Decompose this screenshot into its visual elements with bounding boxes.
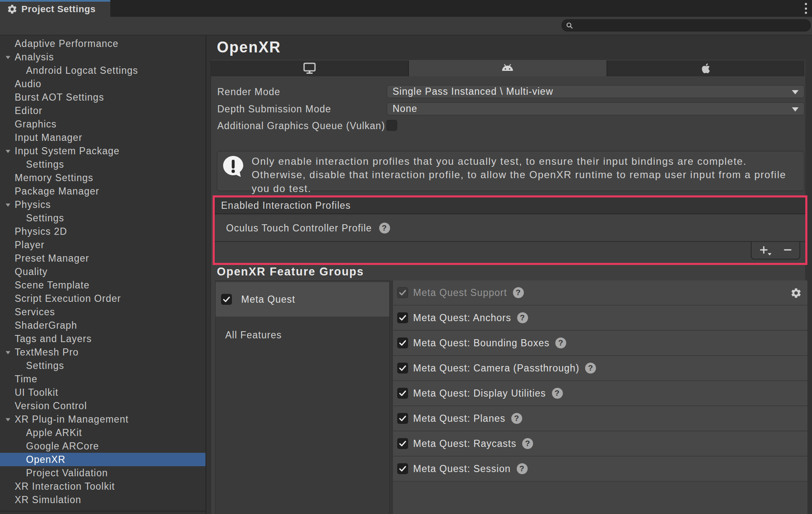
sidebar-item-burst-aot-settings[interactable]: Burst AOT Settings <box>0 91 206 104</box>
feature-checkbox[interactable] <box>397 287 408 298</box>
additional-graphics-queue-checkbox[interactable] <box>386 120 397 131</box>
sidebar-item-physics[interactable]: Physics <box>0 198 206 211</box>
kebab-menu-icon[interactable] <box>803 3 809 14</box>
tab-apple[interactable] <box>607 60 804 76</box>
enabled-interaction-profiles-header[interactable]: Enabled Interaction Profiles <box>215 197 805 214</box>
sidebar-item-adaptive-performance[interactable]: Adaptive Performance <box>0 37 206 50</box>
feature-group-list: Meta Quest All Features <box>215 280 390 514</box>
feature-checkbox[interactable] <box>397 463 408 474</box>
sidebar-item-settings[interactable]: Settings <box>0 359 206 372</box>
sidebar-item-preset-manager[interactable]: Preset Manager <box>0 252 206 265</box>
sidebar-item-ui-toolkit[interactable]: UI Toolkit <box>0 386 206 399</box>
sidebar-item-audio[interactable]: Audio <box>0 77 206 91</box>
sidebar-item-services[interactable]: Services <box>0 305 206 319</box>
sidebar-item-label: Burst AOT Settings <box>15 92 104 103</box>
add-profile-button[interactable] <box>759 245 769 255</box>
feature-label: Meta Quest: Anchors <box>413 312 511 324</box>
feature-label: Meta Quest: Display Utilities <box>413 388 546 399</box>
render-mode-dropdown[interactable]: Single Pass Instanced \ Multi-view <box>387 85 804 98</box>
sidebar-item-label: OpenXR <box>26 454 65 465</box>
feature-checkbox[interactable] <box>397 337 408 348</box>
sidebar-item-openxr[interactable]: OpenXR <box>0 453 206 466</box>
sidebar-item-xr-plug-in-management[interactable]: XR Plug-in Management <box>0 413 206 426</box>
interaction-profile-row[interactable]: Oculus Touch Controller Profile ? <box>215 215 805 242</box>
chevron-down-icon <box>768 253 772 256</box>
all-features-item[interactable]: All Features <box>225 330 282 341</box>
feature-row-meta-quest-display-utilities: Meta Quest: Display Utilities? <box>393 381 807 406</box>
sidebar-item-player[interactable]: Player <box>0 238 206 252</box>
sidebar-item-shadergraph[interactable]: ShaderGraph <box>0 319 206 332</box>
remove-profile-button[interactable] <box>783 245 793 255</box>
sidebar-item-time[interactable]: Time <box>0 372 206 386</box>
sidebar-item-project-validation[interactable]: Project Validation <box>0 466 206 480</box>
meta-quest-checkbox[interactable] <box>221 294 232 305</box>
foldout-triangle-icon[interactable] <box>5 202 11 208</box>
sidebar-item-textmesh-pro[interactable]: TextMesh Pro <box>0 345 206 359</box>
search-input[interactable] <box>576 20 810 31</box>
sidebar-item-label: Editor <box>15 105 42 117</box>
sidebar-item-label: Quality <box>15 266 48 278</box>
sidebar-item-input-system-package[interactable]: Input System Package <box>0 144 206 158</box>
feature-checkbox[interactable] <box>397 413 408 424</box>
sidebar-item-physics-2d[interactable]: Physics 2D <box>0 225 206 238</box>
help-icon[interactable]: ? <box>517 463 528 474</box>
help-icon[interactable]: ? <box>517 312 528 323</box>
sidebar-item-tags-and-layers[interactable]: Tags and Layers <box>0 332 206 345</box>
depth-submission-mode-value: None <box>393 103 417 114</box>
sidebar-item-xr-interaction-toolkit[interactable]: XR Interaction Toolkit <box>0 480 206 493</box>
sidebar-item-google-arcore[interactable]: Google ARCore <box>0 439 206 453</box>
sidebar-item-graphics[interactable]: Graphics <box>0 117 206 131</box>
feature-checkbox[interactable] <box>397 312 408 323</box>
chevron-down-icon <box>791 107 799 112</box>
help-icon[interactable]: ? <box>522 438 533 449</box>
help-icon[interactable]: ? <box>513 287 524 298</box>
sidebar-item-settings[interactable]: Settings <box>0 211 206 225</box>
feature-group-meta-quest[interactable]: Meta Quest <box>216 282 389 317</box>
desktop-icon <box>302 62 317 75</box>
sidebar-item-quality[interactable]: Quality <box>0 265 206 278</box>
sidebar-item-label: Settings <box>26 360 64 371</box>
depth-submission-mode-label: Depth Submission Mode <box>217 104 331 115</box>
foldout-triangle-icon[interactable] <box>5 349 11 356</box>
tab-desktop[interactable] <box>211 60 409 76</box>
sidebar-item-memory-settings[interactable]: Memory Settings <box>0 171 206 184</box>
feature-checkbox[interactable] <box>397 363 408 374</box>
sidebar-item-analysis[interactable]: Analysis <box>0 50 206 64</box>
feature-gear-icon[interactable] <box>790 287 802 299</box>
sidebar-item-label: XR Simulation <box>15 494 81 506</box>
foldout-triangle-icon[interactable] <box>5 54 11 61</box>
sidebar-item-apple-arkit[interactable]: Apple ARKit <box>0 426 206 439</box>
sidebar-item-label: Preset Manager <box>15 253 89 264</box>
depth-submission-mode-dropdown[interactable]: None <box>387 102 804 115</box>
sidebar-item-script-execution-order[interactable]: Script Execution Order <box>0 292 206 305</box>
help-icon[interactable]: ? <box>511 413 522 424</box>
feature-label: Meta Quest: Camera (Passthrough) <box>413 363 579 374</box>
help-icon[interactable]: ? <box>552 388 563 399</box>
search-box[interactable] <box>562 19 811 31</box>
sidebar-item-package-manager[interactable]: Package Manager <box>0 184 206 198</box>
sidebar-item-scene-template[interactable]: Scene Template <box>0 278 206 292</box>
feature-checkbox[interactable] <box>397 438 408 449</box>
foldout-triangle-icon[interactable] <box>5 148 11 155</box>
render-mode-value: Single Pass Instanced \ Multi-view <box>393 86 553 97</box>
sidebar-divider[interactable] <box>206 36 206 514</box>
meta-quest-label: Meta Quest <box>241 294 295 305</box>
sidebar-item-xr-simulation[interactable]: XR Simulation <box>0 493 206 506</box>
help-icon[interactable]: ? <box>555 337 566 348</box>
sidebar-item-editor[interactable]: Editor <box>0 104 206 117</box>
help-icon[interactable]: ? <box>585 363 596 374</box>
warning-icon <box>222 155 245 178</box>
sidebar-item-settings[interactable]: Settings <box>0 158 206 171</box>
help-icon[interactable]: ? <box>379 223 390 234</box>
foldout-triangle-icon[interactable] <box>5 416 11 423</box>
sidebar-item-version-control[interactable]: Version Control <box>0 399 206 413</box>
android-icon <box>501 63 514 73</box>
project-settings-tab[interactable]: Project Settings <box>0 0 110 17</box>
sidebar-item-input-manager[interactable]: Input Manager <box>0 131 206 144</box>
feature-label: Meta Quest: Planes <box>413 413 505 424</box>
sidebar-item-android-logcat-settings[interactable]: Android Logcat Settings <box>0 64 206 77</box>
feature-checkbox[interactable] <box>397 388 408 399</box>
sidebar-item-label: Physics <box>15 199 51 210</box>
sidebar-item-label: Scene Template <box>15 280 90 291</box>
tab-android[interactable] <box>409 60 607 76</box>
